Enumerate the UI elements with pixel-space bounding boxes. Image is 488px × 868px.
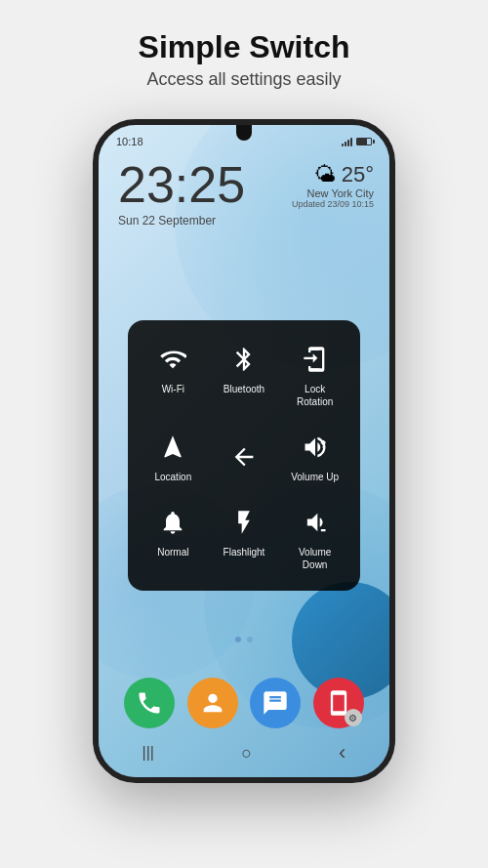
page-header: Simple Switch Access all settings easily xyxy=(119,0,370,109)
phone-notch xyxy=(236,125,252,141)
dot-2 xyxy=(247,637,253,642)
weather-widget: 🌤 25° New York City Updated 23/09 10:15 xyxy=(292,162,374,209)
app-screen[interactable]: ⚙ xyxy=(313,678,364,728)
phone-screen: 10:18 23:25 Sun 22 September xyxy=(99,125,389,777)
weather-city: New York City xyxy=(292,187,374,199)
clock-time: 23:25 xyxy=(118,159,245,210)
nav-bar: ||| ○ ‹ xyxy=(99,740,389,765)
app-messages[interactable] xyxy=(250,678,301,728)
qs-volume-up-label: Volume Up xyxy=(291,471,339,483)
lock-rotation-icon xyxy=(298,342,333,377)
qs-lock-rotation[interactable]: Lock Rotation xyxy=(281,332,348,416)
qs-lock-rotation-label: Lock Rotation xyxy=(287,383,343,408)
qs-location[interactable]: Location xyxy=(140,420,207,491)
quick-settings-grid: Wi-Fi Bluetooth xyxy=(140,332,348,579)
clock-date: Sun 22 September xyxy=(118,214,245,227)
volume-up-icon xyxy=(298,430,333,465)
app-contacts[interactable] xyxy=(187,678,238,728)
wifi-icon xyxy=(155,342,190,377)
qs-volume-down[interactable]: Volume Down xyxy=(281,495,348,579)
qs-wifi[interactable]: Wi-Fi xyxy=(140,332,207,416)
qs-flashlight[interactable]: Flashlight xyxy=(211,495,278,579)
phone-mockup: 10:18 23:25 Sun 22 September xyxy=(93,119,395,783)
back-arrow-icon xyxy=(226,439,262,475)
page-title: Simple Switch xyxy=(139,29,350,65)
weather-icon: 🌤 xyxy=(314,162,336,187)
weather-temp-row: 🌤 25° xyxy=(292,162,374,187)
svg-rect-1 xyxy=(308,368,320,370)
app-dock: ⚙ xyxy=(118,678,370,728)
nav-menu-button[interactable]: ||| xyxy=(142,744,154,762)
gear-badge-icon: ⚙ xyxy=(345,709,362,726)
weather-updated: Updated 23/09 10:15 xyxy=(292,199,374,209)
qs-bluetooth-label: Bluetooth xyxy=(224,383,264,395)
volume-down-icon xyxy=(298,505,333,540)
weather-temp: 25° xyxy=(342,162,374,187)
qs-flashlight-label: Flashlight xyxy=(224,546,265,558)
bluetooth-icon xyxy=(226,342,262,377)
qs-wifi-label: Wi-Fi xyxy=(162,383,184,395)
qs-location-label: Location xyxy=(154,471,191,483)
status-icons xyxy=(342,137,372,146)
qs-normal[interactable]: Normal xyxy=(140,495,207,579)
qs-normal-label: Normal xyxy=(157,546,188,558)
clock-area: 23:25 Sun 22 September xyxy=(118,159,245,227)
nav-back-button[interactable]: ‹ xyxy=(339,740,346,765)
location-icon xyxy=(155,430,190,465)
svg-rect-0 xyxy=(308,348,320,350)
flashlight-icon xyxy=(226,505,262,540)
qs-volume-up[interactable]: Volume Up xyxy=(281,420,348,491)
phone-frame: 10:18 23:25 Sun 22 September xyxy=(93,119,395,783)
dots-indicator xyxy=(99,637,389,642)
signal-icon xyxy=(342,137,352,146)
app-phone[interactable] xyxy=(124,678,175,728)
status-time: 10:18 xyxy=(116,136,143,147)
bell-icon xyxy=(155,505,190,540)
quick-settings-panel: Wi-Fi Bluetooth xyxy=(128,320,360,591)
battery-icon xyxy=(356,138,372,145)
nav-home-button[interactable]: ○ xyxy=(241,743,252,764)
page-subtitle: Access all settings easily xyxy=(139,69,350,90)
qs-volume-down-label: Volume Down xyxy=(287,546,343,571)
dot-1 xyxy=(235,637,241,642)
qs-back[interactable] xyxy=(211,420,278,491)
qs-bluetooth[interactable]: Bluetooth xyxy=(211,332,278,416)
